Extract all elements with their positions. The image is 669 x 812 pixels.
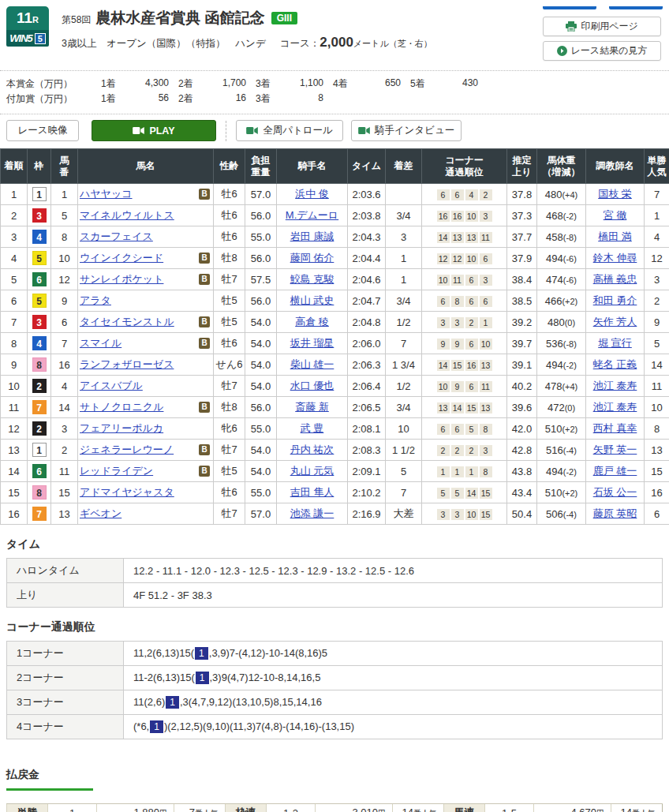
- results-column-header: 着順: [1, 149, 28, 184]
- last-3f-time: 39.7: [507, 333, 537, 354]
- trainer-link[interactable]: 蛯名 正義: [593, 358, 637, 370]
- corner-position: 10: [465, 253, 478, 264]
- horse-name-link[interactable]: サトノクロニクル: [80, 400, 163, 414]
- corner-position: 6: [465, 296, 478, 307]
- jockey-link[interactable]: 岩田 康誠: [290, 230, 334, 242]
- trainer-link[interactable]: 堀 宣行: [598, 337, 632, 349]
- horse-weight-cell: 480(0): [537, 312, 586, 333]
- sex-age: 牡5: [214, 312, 245, 333]
- jockey-link[interactable]: 池添 謙一: [290, 507, 334, 519]
- payout-amount-unit: 円: [378, 809, 386, 812]
- trainer-cell: 矢野 英一: [586, 440, 645, 461]
- jockey-link[interactable]: 鮫島 克駿: [290, 273, 334, 285]
- horse-name-link[interactable]: スカーフェイス: [80, 230, 153, 244]
- trainer-cell: 西村 真幸: [586, 418, 645, 440]
- corner-position: 4: [465, 189, 478, 200]
- jockey-link[interactable]: 浜中 俊: [295, 188, 329, 200]
- race-title-line: 第58回 農林水産省賞典 函館記念 GIII: [62, 8, 432, 28]
- jockey-link[interactable]: 坂井 瑠星: [290, 337, 334, 349]
- jockey-link[interactable]: 丹内 祐次: [290, 443, 334, 455]
- trainer-link[interactable]: 鈴木 伸尋: [593, 252, 637, 264]
- trainer-cell: 橋田 満: [586, 226, 645, 248]
- trainer-link[interactable]: 国枝 栄: [598, 188, 632, 200]
- horse-number: 12: [51, 269, 78, 290]
- horse-name-link[interactable]: フェアリーポルカ: [80, 421, 163, 436]
- jockey-link[interactable]: 斎藤 新: [295, 401, 329, 413]
- horse-name-cell: アラタ: [78, 290, 214, 312]
- horse-name-link[interactable]: スマイル: [80, 336, 121, 350]
- horse-name-link[interactable]: レッドライデン: [80, 464, 153, 478]
- play-label: PLAY: [149, 125, 174, 137]
- jockey-link[interactable]: 藤岡 佑介: [290, 252, 334, 264]
- horse-name-link[interactable]: ハヤヤッコ: [80, 187, 133, 201]
- jockey-link[interactable]: 武 豊: [301, 422, 324, 434]
- results-column-header: 単勝 人気: [645, 149, 669, 184]
- trainer-link[interactable]: 藤原 英昭: [593, 507, 637, 519]
- horse-name-link[interactable]: サンレイポケット: [80, 272, 163, 286]
- trainer-link[interactable]: 和田 勇介: [593, 294, 637, 306]
- corner-order-post: )(2,12,5)(9,10)(11,3)7(4,8)-(14,16)-(13,…: [164, 720, 354, 732]
- patrol-video-button[interactable]: 全周パトロール: [236, 120, 343, 141]
- jockey-link[interactable]: M.デムーロ: [286, 209, 338, 221]
- corner-position: 11: [480, 381, 492, 392]
- horse-name-link[interactable]: ウインイクシード: [80, 251, 163, 265]
- trainer-link[interactable]: 鹿戸 雄一: [593, 465, 637, 477]
- top-stub-button-left[interactable]: [543, 6, 596, 9]
- trainer-link[interactable]: 池江 泰寿: [593, 401, 637, 413]
- jockey-link[interactable]: 高倉 稜: [295, 316, 329, 327]
- horse-name-link[interactable]: アラタ: [80, 294, 111, 308]
- jockey-link[interactable]: 水口 優也: [290, 380, 334, 391]
- play-button[interactable]: PLAY: [92, 120, 216, 141]
- horse-name-link[interactable]: ジェネラーレウーノ: [80, 443, 174, 457]
- trainer-link[interactable]: 矢野 英一: [593, 443, 637, 455]
- table-row: 5612サンレイポケットB牡757.5鮫島 克駿2:04.6110116338.…: [1, 269, 669, 290]
- trainer-link[interactable]: 西村 真幸: [593, 422, 637, 434]
- trainer-link[interactable]: 矢作 芳人: [593, 316, 637, 327]
- trainer-cell: 池江 泰寿: [586, 376, 645, 397]
- jockey-link[interactable]: 横山 武史: [290, 294, 334, 306]
- print-page-button[interactable]: 印刷用ページ: [543, 17, 661, 36]
- trainer-link[interactable]: 高橋 義忠: [593, 273, 637, 285]
- horse-weight: 494: [546, 359, 563, 371]
- table-row: 1223フェアリーポルカ牝655.0武 豊2:08.110665842.0510…: [1, 418, 669, 440]
- frame-number-cell: 6: [28, 461, 51, 482]
- trainer-link[interactable]: 橋田 満: [598, 230, 632, 242]
- horse-name-link[interactable]: ギベオン: [80, 507, 121, 521]
- frame-number-badge: 4: [32, 230, 47, 244]
- payout-title-underline: [6, 788, 93, 791]
- corner-label: 2コーナー: [7, 666, 124, 690]
- horse-name-link[interactable]: タイセイモンストル: [80, 315, 174, 329]
- jockey-link[interactable]: 吉田 隼人: [290, 486, 334, 498]
- corner-position: 9: [437, 339, 450, 350]
- horse-name-link[interactable]: ランフォザローゼス: [80, 357, 174, 372]
- jockey-link[interactable]: 柴山 雄一: [290, 358, 334, 370]
- trainer-link[interactable]: 石坂 公一: [593, 486, 637, 498]
- horse-number: 13: [51, 503, 78, 525]
- jockey-cell: M.デムーロ: [277, 205, 348, 226]
- last-3f-time: 50.4: [507, 503, 537, 525]
- results-column-header: タイム: [348, 149, 386, 184]
- trainer-link[interactable]: 宮 徹: [604, 209, 627, 221]
- course-label: コース：: [280, 38, 320, 49]
- horse-name-link[interactable]: マイネルウィルトス: [80, 208, 174, 223]
- frame-number-badge: 6: [32, 272, 47, 286]
- margin: 大差: [386, 503, 422, 525]
- result-guide-button[interactable]: レース結果の見方: [543, 41, 661, 61]
- horse-name-link[interactable]: アイスバブル: [80, 379, 143, 393]
- margin: 1 3/4: [386, 354, 422, 376]
- corner-position: 13: [480, 360, 492, 371]
- corner-position: 10: [465, 211, 478, 222]
- jockey-link[interactable]: 丸山 元気: [290, 465, 334, 477]
- race-header-left: 11R WIN5 5 第58回 農林水産省賞典 函館記念 GIII 3歳以上 オ…: [6, 6, 432, 65]
- trainer-link[interactable]: 池江 泰寿: [593, 380, 637, 391]
- horse-name-link[interactable]: アドマイヤジャスタ: [80, 485, 174, 500]
- sex-age: 牡6: [214, 333, 245, 354]
- payout-row: 単勝11,880円7番人気枠連1-33,010円14番人気馬連1-54,670円…: [7, 804, 663, 812]
- race-title-block: 第58回 農林水産省賞典 函館記念 GIII 3歳以上 オープン（国際）（特指）…: [62, 6, 432, 65]
- corner-position: 6: [437, 189, 450, 200]
- jockey-interview-button[interactable]: 騎手インタビュー: [351, 120, 462, 141]
- race-video-button[interactable]: レース映像: [6, 120, 79, 141]
- top-stub-button-right[interactable]: [609, 6, 663, 9]
- table-row: 736タイセイモンストルB牡554.0高倉 稜2:04.81/2332139.2…: [1, 312, 669, 333]
- corner-position: 11: [451, 275, 464, 286]
